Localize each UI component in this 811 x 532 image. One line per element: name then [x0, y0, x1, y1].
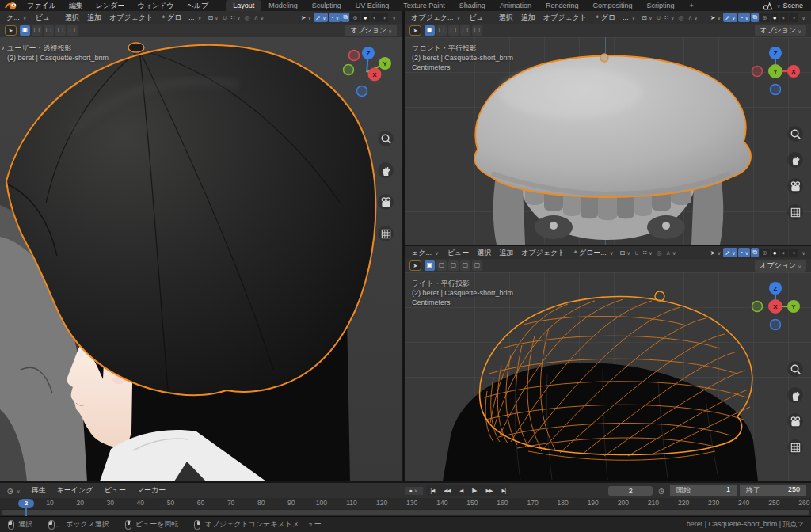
shading-material-icon[interactable]: ◐ [780, 13, 789, 22]
viewport-menu-item[interactable]: ビュー [465, 13, 494, 23]
active-tool-button[interactable]: ➤ [409, 260, 421, 271]
snap-magnet-icon[interactable]: ∪ [655, 13, 663, 22]
mode-dropdown[interactable]: オブジェク... [409, 13, 463, 23]
viewport-menu-item[interactable]: 選択 [495, 13, 517, 23]
select-mode-intersect-icon[interactable]: ▢ [67, 25, 78, 36]
viewport-menu-item[interactable]: 選択 [61, 13, 83, 23]
shading-rendered-icon[interactable]: ◑ [789, 13, 798, 22]
shading-settings-icon[interactable] [798, 13, 807, 22]
workspace-tab[interactable]: Sculpting [305, 0, 348, 11]
workspace-tab[interactable]: Scripting [639, 0, 681, 11]
select-mode-extend-icon[interactable]: ▢ [436, 260, 447, 271]
menu-item[interactable]: 編集 [63, 1, 89, 11]
select-mode-new-icon[interactable]: ▣ [20, 25, 30, 36]
options-dropdown[interactable]: オプション [345, 25, 397, 36]
snap-settings-icon[interactable]: ∷ [664, 13, 676, 22]
editor-type-dropdown[interactable]: ◷ [5, 487, 23, 495]
shading-wireframe-icon[interactable]: ⊕ [760, 249, 770, 257]
proportional-falloff-icon[interactable]: ∧ [253, 13, 266, 22]
jump-prev-keyframe-button[interactable]: ◀◀ [439, 485, 455, 496]
xray-toggle-icon[interactable]: ⧉ [341, 13, 349, 22]
select-mode-subtract-icon[interactable]: ▢ [448, 260, 459, 271]
shading-rendered-icon[interactable]: ◑ [379, 13, 388, 22]
show-overlays-icon[interactable]: ◔ [738, 13, 751, 22]
auto-keying-button[interactable]: ● [405, 487, 423, 495]
shading-material-icon[interactable]: ◐ [780, 249, 789, 257]
viewport-menu-item[interactable]: 追加 [517, 13, 539, 23]
show-object-types-icon[interactable]: ➤ [299, 13, 313, 22]
viewport-3d-region[interactable]: › ユーザー・透視投影 (2) beret | Casquette-short_… [0, 37, 402, 481]
transform-pivot-icon[interactable]: ⊡ [640, 13, 653, 22]
workspace-tab[interactable]: Modeling [261, 0, 305, 11]
viewport-menu-item[interactable]: 追加 [495, 248, 517, 258]
show-gizmos-icon[interactable]: ➚ [723, 248, 737, 257]
navigation-gizmo[interactable]: Z X Y [748, 45, 803, 101]
timeline-track-area[interactable] [0, 509, 811, 516]
zoom-icon[interactable] [378, 131, 394, 146]
pan-hand-icon[interactable] [787, 152, 803, 168]
options-dropdown[interactable]: オプション [755, 25, 806, 36]
viewport-menu-item[interactable]: オブジェクト [539, 13, 591, 23]
workspace-tab[interactable]: Animation [493, 0, 539, 11]
menu-item[interactable]: ファイル [21, 1, 63, 11]
shading-rendered-icon[interactable]: ◑ [789, 249, 798, 257]
select-mode-subtract-icon[interactable]: ▢ [448, 25, 459, 36]
navigation-gizmo[interactable]: Z Y X [748, 280, 803, 336]
workspace-tab[interactable]: Compositing [585, 0, 639, 11]
add-workspace-button[interactable]: + [684, 2, 698, 10]
select-mode-subtract-icon[interactable]: ▢ [44, 25, 54, 36]
show-gizmos-icon[interactable]: ➚ [723, 13, 737, 22]
transform-orientation-dropdown[interactable]: ⌖ グロー... [159, 13, 204, 23]
snap-settings-icon[interactable]: ∷ [230, 13, 242, 22]
current-frame-indicator[interactable]: 2 [18, 499, 34, 508]
camera-view-icon[interactable] [787, 178, 803, 194]
proportional-falloff-icon[interactable]: ∧ [664, 248, 678, 257]
timeline-menu-item[interactable]: キーイング [51, 485, 99, 496]
transform-orientation-dropdown[interactable]: ⌖ グロー... [571, 248, 615, 258]
ortho-grid-icon[interactable] [787, 204, 803, 220]
toolbar-reveal-icon[interactable]: › [2, 44, 4, 52]
select-mode-difference-icon[interactable]: ▢ [55, 25, 66, 36]
frame-end-field[interactable]: 終了250 [740, 484, 806, 496]
proportional-editing-icon[interactable]: ◎ [676, 13, 685, 22]
zoom-icon[interactable] [787, 361, 803, 377]
jump-next-keyframe-button[interactable]: ▶▶ [481, 485, 497, 496]
proportional-editing-icon[interactable]: ◎ [243, 13, 252, 22]
ortho-grid-icon[interactable] [378, 226, 394, 241]
active-tool-button[interactable]: ➤ [5, 25, 17, 36]
viewport-3d-region[interactable]: フロント・平行投影 (2) beret | Casquette-short_br… [405, 37, 811, 245]
jump-to-start-button[interactable]: |◀ [426, 485, 440, 496]
mode-dropdown[interactable]: ク... [4, 13, 29, 23]
jump-to-end-button[interactable]: ▶| [497, 485, 510, 496]
menu-item[interactable]: ウィンドウ [131, 1, 180, 11]
shading-settings-icon[interactable] [798, 248, 807, 257]
pan-hand-icon[interactable] [378, 162, 394, 178]
workspace-tab[interactable]: UV Editing [348, 0, 397, 11]
shading-wireframe-icon[interactable]: ⊕ [760, 13, 770, 22]
show-object-types-icon[interactable]: ➤ [709, 248, 722, 257]
play-button[interactable]: ▶ [467, 485, 481, 496]
viewport-menu-item[interactable]: 追加 [83, 13, 105, 23]
mode-dropdown[interactable]: ェク... [409, 248, 441, 258]
select-mode-extend-icon[interactable]: ▢ [32, 25, 42, 36]
camera-view-icon[interactable] [378, 194, 394, 210]
timeline-menu-item[interactable]: 再生 [26, 485, 51, 496]
viewport-menu-item[interactable]: 選択 [473, 248, 495, 258]
viewport-menu-item[interactable]: オブジェクト [105, 13, 157, 23]
shading-material-icon[interactable]: ◐ [371, 13, 379, 22]
show-object-types-icon[interactable]: ➤ [709, 13, 722, 22]
timeline-scrollbar[interactable] [2, 510, 809, 515]
timeline-menu-item[interactable]: ビュー [98, 485, 131, 496]
ortho-grid-icon[interactable] [787, 439, 803, 455]
select-mode-extend-icon[interactable]: ▢ [436, 25, 447, 36]
timeline-menu-item[interactable]: マーカー [131, 485, 171, 496]
snap-magnet-icon[interactable]: ∪ [221, 13, 229, 22]
select-mode-new-icon[interactable]: ▣ [425, 260, 435, 271]
xray-toggle-icon[interactable]: ⧉ [751, 248, 759, 257]
preview-range-clock-icon[interactable]: ◷ [656, 487, 667, 495]
show-gizmos-icon[interactable]: ➚ [314, 13, 327, 22]
viewport-menu-item[interactable]: ビュー [444, 248, 473, 258]
select-mode-difference-icon[interactable]: ▢ [460, 25, 470, 36]
menu-item[interactable]: レンダー [89, 1, 131, 11]
select-mode-intersect-icon[interactable]: ▢ [472, 25, 482, 36]
